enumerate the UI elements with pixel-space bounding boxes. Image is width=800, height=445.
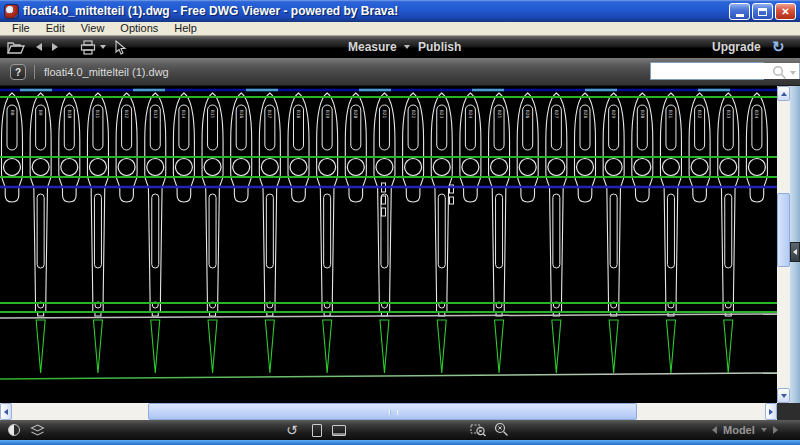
main-toolbar: Measure Publish Upgrade ↻ bbox=[0, 36, 800, 58]
fit-width-icon bbox=[332, 425, 346, 436]
scroll-up-button[interactable] bbox=[777, 86, 790, 101]
zoom-out-icon bbox=[494, 422, 510, 438]
layout-dropdown-icon[interactable] bbox=[761, 428, 767, 432]
print-caret-icon bbox=[100, 45, 106, 49]
tab-bar: ? floati4.0_mittelteil (1).dwg bbox=[0, 58, 800, 86]
forward-arrow-icon bbox=[52, 43, 58, 51]
upgrade-button[interactable]: Upgrade bbox=[712, 36, 761, 58]
help-icon: ? bbox=[15, 67, 21, 78]
next-view-button[interactable] bbox=[52, 36, 58, 58]
horizontal-scrollbar[interactable] bbox=[0, 403, 777, 420]
document-tab[interactable]: floati4.0_mittelteil (1).dwg bbox=[44, 66, 169, 78]
collapse-left-icon bbox=[793, 249, 797, 255]
fit-width-button[interactable] bbox=[332, 420, 346, 440]
svg-text:B25: B25 bbox=[497, 110, 502, 118]
scrollbar-corner bbox=[777, 403, 800, 420]
svg-text:B9: B9 bbox=[38, 110, 43, 116]
help-button[interactable]: ? bbox=[10, 64, 26, 80]
svg-text:B12: B12 bbox=[124, 110, 129, 118]
svg-text:B28: B28 bbox=[583, 110, 588, 118]
svg-text:B8: B8 bbox=[10, 110, 15, 116]
print-icon bbox=[80, 40, 96, 55]
measure-button[interactable]: Measure bbox=[348, 36, 397, 58]
contrast-button[interactable] bbox=[8, 420, 20, 440]
svg-text:B10: B10 bbox=[67, 110, 72, 118]
menu-item-view[interactable]: View bbox=[73, 22, 113, 35]
minimize-button[interactable] bbox=[729, 3, 750, 20]
cursor-icon bbox=[114, 40, 127, 55]
zoom-out-button[interactable] bbox=[494, 420, 510, 440]
side-panel-strip bbox=[790, 86, 800, 403]
print-button[interactable] bbox=[80, 36, 96, 58]
svg-text:B24: B24 bbox=[468, 110, 473, 118]
svg-text:B34: B34 bbox=[754, 110, 759, 118]
dwg-viewer-window: floati4.0_mittelteil (1).dwg - Free DWG … bbox=[0, 0, 800, 445]
svg-text:B30: B30 bbox=[640, 110, 645, 118]
horizontal-scroll-thumb[interactable] bbox=[148, 403, 637, 420]
brava-swirl-icon: ↻ bbox=[772, 38, 785, 56]
previous-view-button[interactable] bbox=[36, 36, 42, 58]
scroll-right-button[interactable] bbox=[765, 403, 777, 420]
select-tool-button[interactable] bbox=[114, 36, 127, 58]
window-title: floati4.0_mittelteil (1).dwg - Free DWG … bbox=[23, 4, 398, 18]
svg-text:B13: B13 bbox=[153, 110, 158, 118]
restore-button[interactable] bbox=[752, 3, 773, 20]
title-bar: floati4.0_mittelteil (1).dwg - Free DWG … bbox=[0, 0, 800, 22]
vertical-scrollbar[interactable] bbox=[777, 86, 790, 403]
search-caret-icon[interactable] bbox=[790, 71, 796, 75]
svg-text:B27: B27 bbox=[554, 110, 559, 118]
close-icon: ✕ bbox=[781, 6, 789, 17]
open-button[interactable] bbox=[7, 36, 25, 58]
svg-text:B19: B19 bbox=[325, 110, 330, 118]
zoom-window-icon bbox=[470, 422, 487, 438]
svg-text:B22: B22 bbox=[411, 110, 416, 118]
menu-item-file[interactable]: File bbox=[4, 22, 38, 35]
thumb-grip bbox=[389, 410, 398, 415]
restore-icon bbox=[758, 8, 767, 16]
svg-text:B33: B33 bbox=[726, 110, 731, 118]
rotate-button[interactable]: ↺ bbox=[286, 420, 298, 440]
back-arrow-icon bbox=[36, 43, 42, 51]
previous-layout-icon[interactable] bbox=[712, 426, 717, 434]
app-icon bbox=[4, 4, 19, 19]
brava-swirl-button[interactable]: ↻ bbox=[772, 36, 785, 58]
menu-item-options[interactable]: Options bbox=[112, 22, 166, 35]
svg-text:B21: B21 bbox=[382, 110, 387, 118]
panel-toggle-button[interactable] bbox=[790, 242, 800, 262]
menu-item-edit[interactable]: Edit bbox=[38, 22, 73, 35]
menu-item-help[interactable]: Help bbox=[166, 22, 205, 35]
arrow-up-icon bbox=[781, 92, 787, 96]
page-combobox bbox=[650, 62, 764, 80]
measure-caret-icon bbox=[404, 45, 410, 49]
svg-text:B32: B32 bbox=[697, 110, 702, 118]
svg-text:B26: B26 bbox=[525, 110, 530, 118]
svg-text:B29: B29 bbox=[611, 110, 616, 118]
arrow-right-icon bbox=[769, 409, 773, 415]
vertical-scroll-thumb[interactable] bbox=[777, 193, 790, 267]
drawing-canvas[interactable]: B8B9B10B11B12B13B14B15B16B17B18B19B20B21… bbox=[0, 86, 777, 403]
model-tab-label[interactable]: Model bbox=[723, 424, 755, 436]
measure-dropdown-button[interactable] bbox=[404, 36, 410, 58]
measure-label: Measure bbox=[348, 40, 397, 54]
scroll-down-button[interactable] bbox=[777, 388, 790, 403]
status-toolbar: ↺ Model bbox=[0, 420, 800, 440]
arrow-left-icon bbox=[4, 409, 8, 415]
layers-button[interactable] bbox=[30, 420, 45, 440]
layers-icon bbox=[30, 424, 45, 437]
svg-text:B14: B14 bbox=[181, 110, 186, 118]
open-folder-icon bbox=[7, 40, 25, 54]
minimize-icon bbox=[736, 14, 744, 17]
svg-text:B20: B20 bbox=[353, 110, 358, 118]
fit-page-button[interactable] bbox=[312, 420, 322, 440]
page-icon bbox=[312, 424, 322, 437]
tab-separator bbox=[34, 65, 35, 79]
svg-text:B31: B31 bbox=[668, 110, 673, 118]
scroll-left-button[interactable] bbox=[0, 403, 12, 420]
zoom-window-button[interactable] bbox=[470, 420, 487, 440]
print-dropdown-button[interactable] bbox=[100, 36, 106, 58]
next-layout-icon[interactable] bbox=[773, 426, 778, 434]
menu-bar: FileEditViewOptionsHelp bbox=[0, 22, 800, 36]
search-icon[interactable] bbox=[772, 65, 787, 80]
close-button[interactable]: ✕ bbox=[775, 3, 796, 20]
publish-button[interactable]: Publish bbox=[418, 36, 461, 58]
